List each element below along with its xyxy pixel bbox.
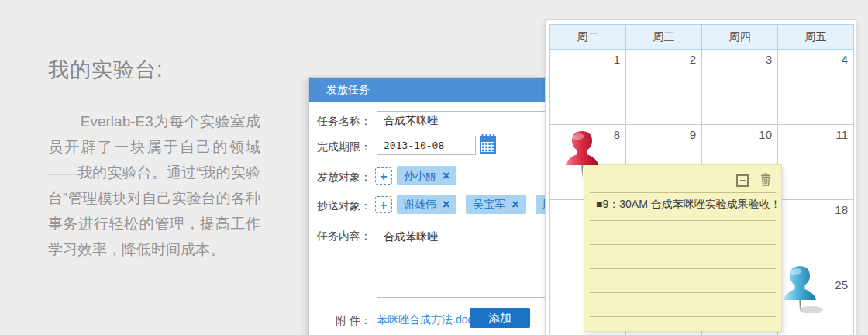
attachment-file-link[interactable]: 苯咪唑合成方法.docx bbox=[377, 313, 478, 327]
task-name-input[interactable] bbox=[377, 111, 546, 130]
calendar-cell[interactable]: 3 bbox=[702, 50, 778, 125]
note-delete-button[interactable] bbox=[760, 173, 771, 189]
chip-label: 孙小丽 bbox=[404, 169, 436, 183]
weekday-header: 周五 bbox=[778, 25, 854, 50]
note-text: ■9：30AM 合成苯咪唑实验成果验收！ bbox=[596, 198, 781, 212]
assignees-label: 发放对象： bbox=[309, 171, 371, 185]
assignee-chip: 孙小丽× bbox=[397, 166, 456, 185]
intro-section: 我的实验台: Everlab-E3为每个实验室成员开辟了一块属于自己的领域——我… bbox=[48, 56, 260, 262]
calendar-cell[interactable]: 18 bbox=[778, 200, 854, 275]
task-dialog: 发放任务 任务名称： 完成期限： 发放对象： + 孙小丽× 抄送对 bbox=[308, 77, 546, 335]
task-name-label: 任务名称： bbox=[309, 115, 371, 129]
calendar-cell[interactable]: 11 bbox=[778, 125, 854, 200]
cc-chip-list: 谢雄伟×吴宝军×周日× bbox=[397, 195, 546, 214]
add-assignee-button[interactable]: + bbox=[375, 168, 392, 185]
cc-chip: 谢雄伟× bbox=[397, 195, 456, 214]
chip-remove-icon[interactable]: × bbox=[443, 199, 450, 211]
page-title: 我的实验台: bbox=[48, 56, 260, 84]
content-label: 任务内容： bbox=[309, 230, 371, 243]
task-content-textarea[interactable]: 合成苯咪唑 bbox=[377, 226, 546, 298]
cc-chip: 吴宝军× bbox=[466, 195, 525, 214]
page: 我的实验台: Everlab-E3为每个实验室成员开辟了一块属于自己的领域——我… bbox=[0, 0, 868, 335]
sticky-note: ■9：30AM 合成苯咪唑实验成果验收！ bbox=[584, 164, 782, 332]
calendar-picker-icon[interactable] bbox=[479, 134, 497, 157]
note-minimize-button[interactable] bbox=[736, 174, 749, 187]
dialog-title: 发放任务 bbox=[309, 78, 545, 102]
cc-chip: 周日× bbox=[536, 195, 546, 214]
calendar-cell[interactable]: 1 bbox=[550, 50, 626, 125]
weekday-header: 周四 bbox=[702, 25, 778, 50]
attachment-add-button[interactable]: 添加 bbox=[470, 308, 530, 328]
intro-paragraph: Everlab-E3为每个实验室成员开辟了一块属于自己的领域——我的实验台。通过… bbox=[48, 109, 260, 262]
weekday-header: 周三 bbox=[626, 25, 702, 50]
chip-remove-icon[interactable]: × bbox=[443, 170, 450, 182]
calendar-cell[interactable]: 2 bbox=[626, 50, 702, 125]
trash-icon bbox=[760, 173, 771, 186]
cc-label: 抄送对象： bbox=[309, 199, 371, 213]
chip-label: 吴宝军 bbox=[473, 198, 505, 212]
add-cc-button[interactable]: + bbox=[375, 196, 392, 213]
attachment-label: 附 件： bbox=[309, 314, 371, 328]
chip-label: 谢雄伟 bbox=[404, 198, 436, 212]
red-pushpin-icon[interactable] bbox=[563, 130, 601, 178]
minus-icon bbox=[740, 180, 746, 181]
chip-remove-icon[interactable]: × bbox=[512, 199, 518, 211]
calendar-cell[interactable]: 4 bbox=[778, 50, 854, 125]
assignee-chip-list: 孙小丽× bbox=[397, 166, 466, 185]
deadline-input[interactable] bbox=[377, 136, 476, 155]
blue-pushpin-icon[interactable] bbox=[779, 265, 825, 315]
weekday-header: 周二 bbox=[550, 25, 626, 50]
deadline-label: 完成期限： bbox=[309, 140, 371, 154]
